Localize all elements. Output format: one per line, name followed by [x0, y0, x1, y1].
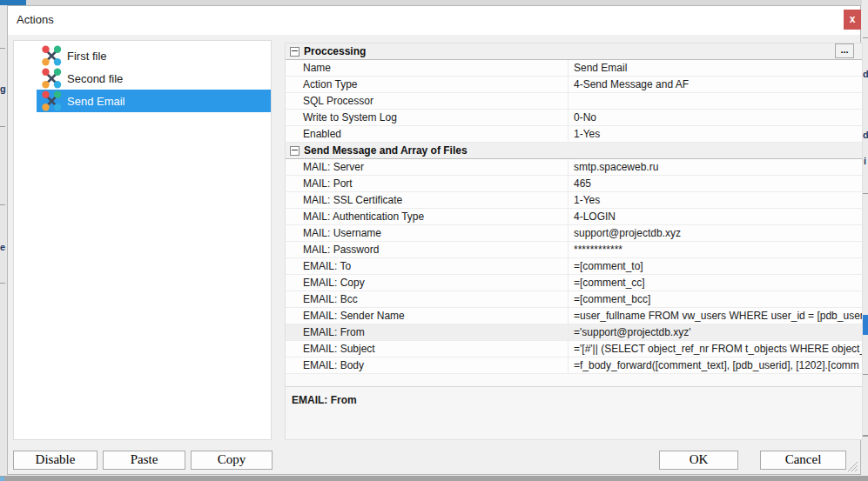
disable-button[interactable]: Disable — [13, 451, 98, 470]
cancel-button[interactable]: Cancel — [760, 451, 846, 470]
property-name: EMAIL: From — [286, 324, 568, 340]
action-list-item[interactable]: Second file — [37, 67, 271, 90]
property-category-label: Send Message and Array of Files — [304, 144, 468, 157]
property-row[interactable]: EMAIL: Body =f_body_forward([comment_tex… — [286, 357, 862, 374]
property-value[interactable]: ************ — [568, 242, 862, 257]
property-row[interactable]: Action Type 4-Send Message and AF — [286, 77, 862, 93]
property-name: MAIL: Port — [286, 176, 568, 191]
property-name: MAIL: Username — [286, 225, 568, 241]
property-name: SQL Processor — [286, 93, 568, 109]
property-name: EMAIL: Sender Name — [286, 308, 568, 324]
property-name: Name — [286, 60, 568, 76]
property-value[interactable]: smtp.spaceweb.ru — [568, 159, 862, 175]
property-row[interactable]: EMAIL: From ='support@projectdb.xyz' ... — [286, 324, 862, 341]
property-value[interactable]: =[comment_bcc] — [568, 291, 862, 307]
dialog-titlebar: Actions — [8, 6, 860, 35]
ok-button[interactable]: OK — [659, 451, 738, 470]
property-row[interactable]: Write to System Log 0-No — [286, 110, 862, 126]
background-bottom-strip — [0, 476, 868, 481]
action-nodes-icon — [41, 45, 62, 66]
dialog-title: Actions — [17, 13, 54, 26]
property-row[interactable]: SQL Processor — [286, 93, 862, 110]
property-row[interactable]: EMAIL: Bcc =[comment_bcc] — [286, 291, 862, 308]
property-value[interactable]: 4-LOGIN — [568, 209, 862, 224]
property-row[interactable]: MAIL: Password ************ — [286, 242, 862, 258]
property-row[interactable]: Enabled 1-Yes — [286, 126, 862, 143]
action-list-item[interactable]: First file — [37, 44, 271, 67]
close-icon[interactable]: x — [844, 10, 861, 30]
property-value[interactable]: ='[#'|| (SELECT object_ref_nr FROM t_obj… — [568, 341, 862, 357]
description-panel: EMAIL: From — [286, 386, 862, 439]
property-name: MAIL: Password — [286, 242, 568, 257]
property-category-row[interactable]: Proccessing — [286, 43, 862, 60]
screen: g e d d i Actions x — [0, 0, 868, 481]
actions-dialog: Actions x First file — [7, 5, 861, 475]
ellipsis-button[interactable]: ... — [835, 43, 854, 58]
property-row[interactable]: MAIL: Authentication Type 4-LOGIN — [286, 209, 862, 225]
property-row[interactable]: EMAIL: To =[comment_to] — [286, 258, 862, 275]
property-value[interactable]: 1-Yes — [568, 126, 862, 142]
property-name: Enabled — [286, 126, 568, 142]
property-name: Write to System Log — [286, 110, 568, 125]
property-grid: Proccessing Name Send Email Action Type … — [285, 43, 863, 440]
property-value[interactable]: support@projectdb.xyz — [568, 225, 862, 241]
property-name: EMAIL: Bcc — [286, 291, 568, 307]
property-value[interactable]: =f_body_forward([comment_text], [pdb_use… — [568, 357, 862, 373]
property-name: MAIL: SSL Certificate — [286, 192, 568, 208]
property-row[interactable]: MAIL: Port 465 — [286, 176, 862, 192]
property-value[interactable] — [568, 93, 862, 109]
property-name: MAIL: Server — [286, 159, 568, 175]
background-taskbar-fragment — [0, 477, 4, 481]
action-nodes-icon — [41, 68, 62, 89]
action-list-item-label: First file — [67, 50, 107, 63]
property-name: EMAIL: Copy — [286, 275, 568, 291]
property-value[interactable]: =[comment_cc] — [568, 275, 862, 291]
property-row[interactable]: EMAIL: Copy =[comment_cc] — [286, 275, 862, 291]
property-value[interactable]: 1-Yes — [568, 192, 862, 208]
collapse-icon[interactable] — [290, 146, 299, 156]
property-value[interactable]: =[comment_to] — [568, 258, 862, 274]
property-row[interactable]: MAIL: Username support@projectdb.xyz — [286, 225, 862, 242]
property-name: EMAIL: Subject — [286, 341, 568, 357]
description-title: EMAIL: From — [292, 394, 862, 406]
action-list-item[interactable]: Send Email — [37, 90, 271, 112]
property-category-label: Proccessing — [304, 45, 366, 57]
property-name: EMAIL: To — [286, 258, 568, 274]
property-row[interactable]: EMAIL: Subject ='[#'|| (SELECT object_re… — [286, 341, 862, 357]
property-name: MAIL: Authentication Type — [286, 209, 568, 224]
paste-button[interactable]: Paste — [103, 451, 185, 470]
action-list-item-label: Second file — [67, 72, 123, 85]
property-value[interactable]: =user_fullname FROM vw_users WHERE user_… — [568, 308, 862, 324]
property-value[interactable]: 4-Send Message and AF — [568, 77, 862, 92]
background-window-left-sliver: g e — [0, 5, 7, 476]
property-row[interactable]: MAIL: Server smtp.spaceweb.ru — [286, 159, 862, 176]
property-value[interactable]: ='support@projectdb.xyz' — [568, 324, 862, 340]
property-name: EMAIL: Body — [286, 357, 568, 373]
action-list-item-label: Send Email — [67, 95, 124, 108]
collapse-icon[interactable] — [290, 47, 299, 57]
action-nodes-icon — [41, 90, 62, 111]
property-category-row[interactable]: Send Message and Array of Files — [286, 143, 862, 159]
property-row[interactable]: MAIL: SSL Certificate 1-Yes — [286, 192, 862, 209]
property-grid-rows: Proccessing Name Send Email Action Type … — [286, 43, 862, 374]
action-list: First file Second file Send Em — [13, 40, 272, 440]
property-row[interactable]: EMAIL: Sender Name =user_fullname FROM v… — [286, 308, 862, 324]
property-value[interactable]: 0-No — [568, 110, 862, 125]
property-value[interactable]: 465 — [568, 176, 862, 191]
copy-button[interactable]: Copy — [191, 451, 273, 470]
resize-grip-icon[interactable] — [847, 461, 858, 472]
property-name: Action Type — [286, 77, 568, 92]
property-row[interactable]: Name Send Email — [286, 60, 862, 77]
background-window-right-sliver: d d i — [862, 0, 868, 476]
property-value[interactable]: Send Email — [568, 60, 862, 76]
